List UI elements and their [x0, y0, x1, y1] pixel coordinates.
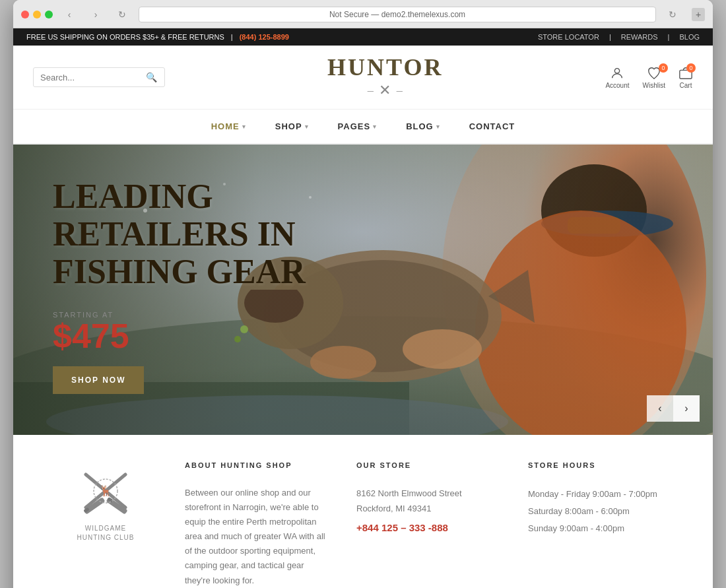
browser-window: ‹ › ↻ Not Secure — demo2.themelexus.com …	[13, 0, 713, 588]
store-title: OUR STORE	[356, 461, 502, 476]
wildgame-icon: 🦌	[76, 461, 135, 521]
prev-slide-button[interactable]: ‹	[647, 395, 673, 422]
browser-chrome: ‹ › ↻ Not Secure — demo2.themelexus.com …	[13, 0, 713, 28]
forward-button[interactable]: ›	[86, 9, 106, 20]
nav-pages-arrow: ▾	[373, 123, 377, 130]
svg-point-0	[615, 68, 620, 73]
hours-title: STORE HOURS	[528, 461, 673, 476]
account-button[interactable]: Account	[605, 66, 629, 89]
logo-subtitle: ⸻ ✕ ⸻	[327, 82, 443, 99]
maximize-dot[interactable]	[45, 11, 53, 18]
top-bar-left: FREE US SHIPPING ON ORDERS $35+ & FREE R…	[26, 33, 289, 41]
url-bar[interactable]: Not Secure — demo2.themelexus.com	[139, 7, 656, 22]
refresh-icon[interactable]: ↻	[663, 9, 682, 20]
logo-line-left: ⸻	[367, 87, 375, 94]
svg-text:🦌: 🦌	[99, 484, 112, 497]
logo-line-right: ⸻	[396, 87, 404, 94]
nav-shop-arrow: ▾	[305, 123, 309, 130]
store-phone[interactable]: +844 125 – 333 -888	[356, 522, 502, 533]
nav-blog-arrow: ▾	[436, 123, 440, 130]
store-address: 8162 North Elmwood StreetRockford, MI 49…	[356, 486, 502, 517]
hours-saturday: Saturday 8:00am - 6:00pm	[528, 503, 673, 520]
rewards-link[interactable]: REWARDS	[621, 33, 658, 41]
nav-contact-label: CONTACT	[469, 121, 515, 131]
hours-sunday: Sunday 9:00am - 4:00pm	[528, 520, 673, 537]
nav-home-label: HOME	[211, 121, 240, 131]
hero-content: LEADING RETAILERS IN FISHING GEAR STARTI…	[53, 178, 383, 394]
info-section: 🦌 WILDGAME HUNTING CLUB ABOUT HUNTING SH…	[13, 435, 713, 588]
wishlist-badge: 0	[659, 63, 668, 73]
shipping-text: FREE US SHIPPING ON ORDERS $35+ & FREE R…	[26, 33, 224, 41]
wildgame-name: WILDGAME	[77, 524, 134, 533]
nav-home-arrow: ▾	[242, 123, 246, 130]
top-bar: FREE US SHIPPING ON ORDERS $35+ & FREE R…	[13, 28, 713, 46]
store-hours: Monday - Friday 9:00am - 7:00pm Saturday…	[528, 486, 673, 537]
logo-cross-icon: ✕	[379, 82, 392, 99]
top-bar-right: STORE LOCATOR | REWARDS | BLOG	[538, 33, 700, 41]
wildgame-svg: 🦌	[76, 461, 135, 521]
wildgame-logo: 🦌 WILDGAME HUNTING CLUB	[53, 461, 158, 542]
wishlist-label: Wishlist	[643, 82, 665, 89]
wildgame-sub: HUNTING CLUB	[77, 533, 134, 542]
slider-controls: ‹ ›	[647, 395, 700, 422]
about-column: ABOUT HUNTING SHOP Between our online sh…	[185, 461, 330, 588]
header-actions: Account 0 Wishlist 0 Cart	[605, 66, 693, 89]
wishlist-button[interactable]: 0 Wishlist	[643, 66, 665, 89]
nav-pages-label: PAGES	[338, 121, 371, 131]
browser-dots	[21, 11, 53, 18]
logo-text: HUNTOR	[327, 55, 443, 79]
blog-link[interactable]: BLOG	[679, 33, 700, 41]
hero-title: LEADING RETAILERS IN FISHING GEAR	[53, 178, 383, 291]
top-bar-divider: |	[231, 33, 233, 41]
hours-weekday: Monday - Friday 9:00am - 7:00pm	[528, 486, 673, 503]
nav-shop-label: SHOP	[275, 121, 302, 131]
next-slide-button[interactable]: ›	[673, 395, 700, 422]
account-icon	[610, 66, 624, 81]
search-input[interactable]	[40, 73, 146, 82]
back-button[interactable]: ‹	[59, 9, 79, 20]
search-box[interactable]: 🔍	[33, 67, 165, 87]
hero-price: $475	[53, 319, 383, 353]
hours-column: STORE HOURS Monday - Friday 9:00am - 7:0…	[528, 461, 673, 537]
nav-home[interactable]: HOME ▾	[197, 110, 261, 143]
wildgame-brand-text: WILDGAME HUNTING CLUB	[77, 524, 134, 542]
about-title: ABOUT HUNTING SHOP	[185, 461, 330, 476]
search-icon[interactable]: 🔍	[146, 72, 157, 82]
nav-blog-label: BLOG	[406, 121, 434, 131]
cart-badge: 0	[686, 63, 696, 73]
nav-shop[interactable]: SHOP ▾	[261, 110, 323, 143]
site-logo[interactable]: HUNTOR ⸻ ✕ ⸻	[327, 55, 443, 99]
shop-now-button[interactable]: SHOP NOW	[53, 366, 144, 394]
close-dot[interactable]	[21, 11, 29, 18]
main-navigation: HOME ▾ SHOP ▾ PAGES ▾ BLOG ▾ CONTACT	[13, 110, 713, 145]
cart-label: Cart	[680, 82, 692, 89]
phone-number[interactable]: (844) 125-8899	[240, 33, 289, 41]
site-header: 🔍 HUNTOR ⸻ ✕ ⸻ Account 0	[13, 46, 713, 110]
minimize-dot[interactable]	[33, 11, 41, 18]
store-column: OUR STORE 8162 North Elmwood StreetRockf…	[356, 461, 502, 533]
cart-button[interactable]: 0 Cart	[678, 66, 693, 89]
nav-pages[interactable]: PAGES ▾	[323, 110, 392, 143]
nav-blog[interactable]: BLOG ▾	[391, 110, 455, 143]
about-text: Between our online shop and our storefro…	[185, 486, 330, 588]
nav-contact[interactable]: CONTACT	[455, 110, 530, 143]
nav-divider-1: |	[609, 33, 611, 41]
hero-section: LEADING RETAILERS IN FISHING GEAR STARTI…	[13, 145, 713, 435]
account-label: Account	[605, 82, 629, 89]
reload-button[interactable]: ↻	[112, 9, 132, 20]
store-locator-link[interactable]: STORE LOCATOR	[538, 33, 599, 41]
nav-divider-2: |	[668, 33, 670, 41]
new-tab-button[interactable]: +	[692, 8, 705, 21]
